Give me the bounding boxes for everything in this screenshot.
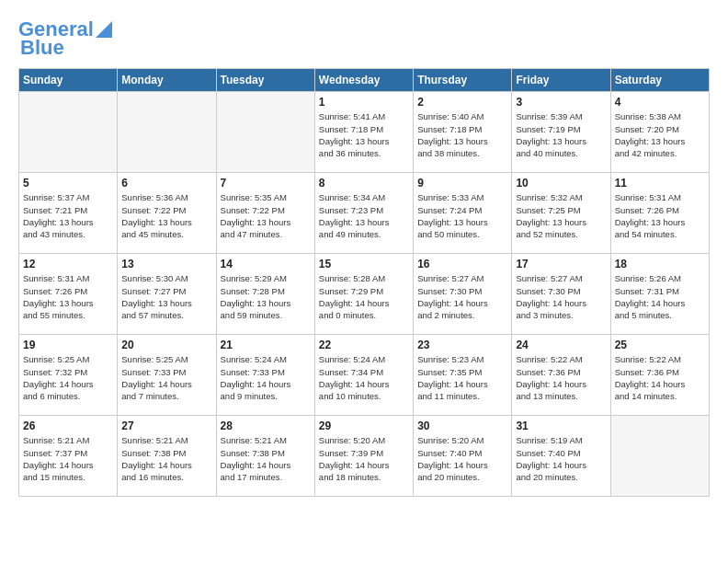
day-info: Sunrise: 5:27 AMSunset: 7:30 PMDaylight:…: [516, 272, 606, 321]
calendar-cell: [118, 92, 216, 173]
day-info: Sunrise: 5:26 AMSunset: 7:31 PMDaylight:…: [615, 272, 705, 321]
calendar-header-row: SundayMondayTuesdayWednesdayThursdayFrid…: [19, 69, 710, 92]
day-number: 17: [516, 258, 606, 270]
day-number: 29: [319, 419, 409, 432]
day-number: 19: [23, 339, 113, 351]
day-number: 22: [319, 339, 409, 351]
calendar-week-row: 26Sunrise: 5:21 AMSunset: 7:37 PMDayligh…: [19, 416, 710, 497]
day-info: Sunrise: 5:30 AMSunset: 7:27 PMDaylight:…: [121, 272, 211, 321]
calendar-day-header: Thursday: [414, 69, 512, 92]
calendar-week-row: 5Sunrise: 5:37 AMSunset: 7:21 PMDaylight…: [19, 173, 710, 254]
calendar-cell: 14Sunrise: 5:29 AMSunset: 7:28 PMDayligh…: [216, 254, 314, 335]
day-number: 8: [319, 177, 409, 190]
day-number: 4: [615, 96, 705, 109]
day-info: Sunrise: 5:23 AMSunset: 7:35 PMDaylight:…: [417, 353, 507, 402]
day-info: Sunrise: 5:20 AMSunset: 7:40 PMDaylight:…: [417, 434, 507, 483]
svg-marker-0: [96, 21, 112, 38]
day-info: Sunrise: 5:31 AMSunset: 7:26 PMDaylight:…: [23, 272, 113, 321]
calendar-cell: 13Sunrise: 5:30 AMSunset: 7:27 PMDayligh…: [118, 254, 216, 335]
calendar-cell: 16Sunrise: 5:27 AMSunset: 7:30 PMDayligh…: [414, 254, 512, 335]
day-number: 10: [516, 177, 606, 190]
calendar-cell: 25Sunrise: 5:22 AMSunset: 7:36 PMDayligh…: [610, 335, 709, 416]
calendar-cell: [610, 416, 709, 497]
day-info: Sunrise: 5:25 AMSunset: 7:33 PMDaylight:…: [121, 353, 211, 402]
calendar-day-header: Friday: [512, 69, 610, 92]
day-number: 9: [417, 177, 507, 190]
calendar-cell: 1Sunrise: 5:41 AMSunset: 7:18 PMDaylight…: [314, 92, 413, 173]
day-number: 26: [23, 419, 113, 432]
calendar-week-row: 12Sunrise: 5:31 AMSunset: 7:26 PMDayligh…: [19, 254, 710, 335]
day-info: Sunrise: 5:39 AMSunset: 7:19 PMDaylight:…: [516, 110, 606, 159]
page-header: General Blue: [18, 18, 710, 59]
day-info: Sunrise: 5:22 AMSunset: 7:36 PMDaylight:…: [516, 353, 606, 402]
calendar-cell: 6Sunrise: 5:36 AMSunset: 7:22 PMDaylight…: [118, 173, 216, 254]
day-number: 1: [319, 96, 409, 109]
calendar-cell: 5Sunrise: 5:37 AMSunset: 7:21 PMDaylight…: [19, 173, 118, 254]
calendar-cell: 26Sunrise: 5:21 AMSunset: 7:37 PMDayligh…: [19, 416, 118, 497]
day-info: Sunrise: 5:29 AMSunset: 7:28 PMDaylight:…: [221, 272, 311, 321]
day-number: 24: [516, 339, 606, 351]
day-number: 11: [615, 177, 705, 190]
calendar-cell: 15Sunrise: 5:28 AMSunset: 7:29 PMDayligh…: [314, 254, 413, 335]
day-info: Sunrise: 5:37 AMSunset: 7:21 PMDaylight:…: [23, 191, 113, 240]
calendar-week-row: 1Sunrise: 5:41 AMSunset: 7:18 PMDaylight…: [19, 92, 710, 173]
calendar-cell: 4Sunrise: 5:38 AMSunset: 7:20 PMDaylight…: [610, 92, 709, 173]
day-number: 3: [516, 96, 606, 109]
calendar-cell: 29Sunrise: 5:20 AMSunset: 7:39 PMDayligh…: [314, 416, 413, 497]
calendar-cell: 9Sunrise: 5:33 AMSunset: 7:24 PMDaylight…: [414, 173, 512, 254]
calendar-cell: 3Sunrise: 5:39 AMSunset: 7:19 PMDaylight…: [512, 92, 610, 173]
calendar-table: SundayMondayTuesdayWednesdayThursdayFrid…: [18, 68, 710, 497]
day-info: Sunrise: 5:20 AMSunset: 7:39 PMDaylight:…: [319, 434, 409, 483]
calendar-cell: 27Sunrise: 5:21 AMSunset: 7:38 PMDayligh…: [118, 416, 216, 497]
calendar-cell: 18Sunrise: 5:26 AMSunset: 7:31 PMDayligh…: [610, 254, 709, 335]
day-info: Sunrise: 5:41 AMSunset: 7:18 PMDaylight:…: [319, 110, 409, 159]
calendar-cell: 19Sunrise: 5:25 AMSunset: 7:32 PMDayligh…: [19, 335, 118, 416]
calendar-cell: 24Sunrise: 5:22 AMSunset: 7:36 PMDayligh…: [512, 335, 610, 416]
day-number: 21: [221, 339, 311, 351]
day-info: Sunrise: 5:38 AMSunset: 7:20 PMDaylight:…: [615, 110, 705, 159]
calendar-day-header: Monday: [118, 69, 216, 92]
day-info: Sunrise: 5:24 AMSunset: 7:34 PMDaylight:…: [319, 353, 409, 402]
day-number: 13: [121, 258, 211, 270]
calendar-cell: 21Sunrise: 5:24 AMSunset: 7:33 PMDayligh…: [216, 335, 314, 416]
day-number: 5: [23, 177, 113, 190]
day-number: 23: [417, 339, 507, 351]
calendar-cell: 8Sunrise: 5:34 AMSunset: 7:23 PMDaylight…: [314, 173, 413, 254]
day-info: Sunrise: 5:34 AMSunset: 7:23 PMDaylight:…: [319, 191, 409, 240]
day-info: Sunrise: 5:22 AMSunset: 7:36 PMDaylight:…: [615, 353, 705, 402]
day-number: 20: [121, 339, 211, 351]
day-number: 25: [615, 339, 705, 351]
logo-arrow-icon: [96, 21, 112, 38]
day-info: Sunrise: 5:36 AMSunset: 7:22 PMDaylight:…: [121, 191, 211, 240]
day-info: Sunrise: 5:19 AMSunset: 7:40 PMDaylight:…: [516, 434, 606, 483]
day-info: Sunrise: 5:28 AMSunset: 7:29 PMDaylight:…: [319, 272, 409, 321]
calendar-week-row: 19Sunrise: 5:25 AMSunset: 7:32 PMDayligh…: [19, 335, 710, 416]
calendar-cell: 2Sunrise: 5:40 AMSunset: 7:18 PMDaylight…: [414, 92, 512, 173]
day-info: Sunrise: 5:40 AMSunset: 7:18 PMDaylight:…: [417, 110, 507, 159]
day-number: 6: [121, 177, 211, 190]
calendar-cell: 11Sunrise: 5:31 AMSunset: 7:26 PMDayligh…: [610, 173, 709, 254]
calendar-day-header: Wednesday: [314, 69, 413, 92]
calendar-cell: 28Sunrise: 5:21 AMSunset: 7:38 PMDayligh…: [216, 416, 314, 497]
day-info: Sunrise: 5:32 AMSunset: 7:25 PMDaylight:…: [516, 191, 606, 240]
day-info: Sunrise: 5:31 AMSunset: 7:26 PMDaylight:…: [615, 191, 705, 240]
calendar-cell: [19, 92, 118, 173]
calendar-cell: 22Sunrise: 5:24 AMSunset: 7:34 PMDayligh…: [314, 335, 413, 416]
calendar-cell: 12Sunrise: 5:31 AMSunset: 7:26 PMDayligh…: [19, 254, 118, 335]
day-info: Sunrise: 5:24 AMSunset: 7:33 PMDaylight:…: [221, 353, 311, 402]
calendar-day-header: Tuesday: [216, 69, 314, 92]
logo-blue: Blue: [20, 37, 64, 59]
calendar-cell: 7Sunrise: 5:35 AMSunset: 7:22 PMDaylight…: [216, 173, 314, 254]
day-info: Sunrise: 5:21 AMSunset: 7:37 PMDaylight:…: [23, 434, 113, 483]
day-number: 2: [417, 96, 507, 109]
calendar-cell: 31Sunrise: 5:19 AMSunset: 7:40 PMDayligh…: [512, 416, 610, 497]
calendar-cell: 20Sunrise: 5:25 AMSunset: 7:33 PMDayligh…: [118, 335, 216, 416]
day-number: 30: [417, 419, 507, 432]
day-number: 27: [121, 419, 211, 432]
day-info: Sunrise: 5:25 AMSunset: 7:32 PMDaylight:…: [23, 353, 113, 402]
day-number: 14: [221, 258, 311, 270]
logo: General Blue: [18, 18, 112, 59]
day-number: 18: [615, 258, 705, 270]
calendar-cell: 10Sunrise: 5:32 AMSunset: 7:25 PMDayligh…: [512, 173, 610, 254]
calendar-cell: 23Sunrise: 5:23 AMSunset: 7:35 PMDayligh…: [414, 335, 512, 416]
